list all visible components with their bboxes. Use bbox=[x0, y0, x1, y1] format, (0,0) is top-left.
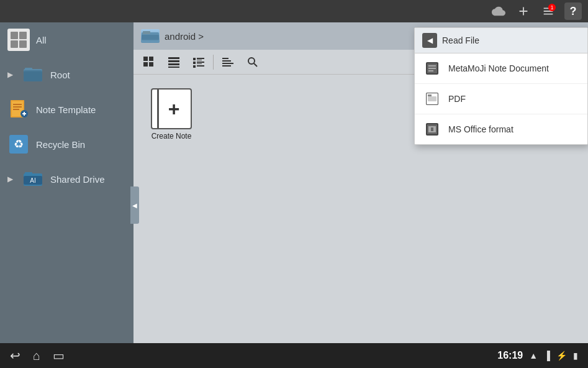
sidebar-item-recycle-bin[interactable]: ♻ Recycle Bin bbox=[0, 127, 133, 162]
drive-icon bbox=[141, 29, 160, 43]
sidebar-item-note-template[interactable]: Note Template bbox=[0, 92, 133, 127]
list-view-1-button[interactable] bbox=[163, 53, 184, 71]
battery-icon: ▮ bbox=[573, 351, 578, 361]
create-note-label: Create Note bbox=[152, 132, 192, 140]
dropdown-item-metamoji-label: MetaMoJi Note Document bbox=[448, 63, 549, 73]
svg-rect-32 bbox=[168, 67, 179, 68]
root-arrow-icon: ▶ bbox=[7, 70, 13, 79]
sidebar-item-recycle-bin-label: Recycle Bin bbox=[36, 139, 85, 150]
svg-rect-44 bbox=[222, 65, 231, 67]
svg-rect-33 bbox=[193, 58, 196, 60]
shared-drive-arrow-icon: ▶ bbox=[7, 175, 13, 183]
svg-rect-61 bbox=[433, 126, 436, 132]
svg-rect-50 bbox=[428, 68, 436, 69]
svg-rect-55 bbox=[428, 94, 432, 96]
dropdown-item-msoffice[interactable]: MS Office format bbox=[415, 114, 587, 144]
create-note-icon: + bbox=[151, 88, 192, 129]
svg-rect-11 bbox=[13, 106, 22, 108]
sidebar-item-all-label: All bbox=[36, 35, 47, 45]
sidebar-item-shared-drive[interactable]: ▶ AI Shared Drive bbox=[0, 162, 133, 196]
all-icon bbox=[7, 29, 30, 51]
svg-rect-25 bbox=[143, 57, 148, 61]
sidebar-item-all[interactable]: All bbox=[0, 22, 133, 57]
svg-rect-27 bbox=[143, 62, 148, 67]
top-bar: ? bbox=[0, 0, 588, 22]
dropdown-title: Read File bbox=[442, 35, 479, 45]
notifications-icon[interactable] bbox=[540, 2, 557, 20]
svg-text:AI: AI bbox=[30, 177, 35, 184]
msoffice-icon bbox=[423, 121, 441, 138]
svg-rect-36 bbox=[193, 62, 196, 64]
svg-rect-41 bbox=[222, 58, 228, 59]
dropdown-header: ◀ Read File bbox=[415, 28, 587, 53]
metamoji-icon bbox=[423, 60, 441, 77]
bluetooth-icon: ⚡ bbox=[556, 351, 567, 361]
svg-rect-19 bbox=[25, 172, 32, 175]
svg-rect-10 bbox=[13, 104, 22, 105]
sidebar-item-note-template-label: Note Template bbox=[36, 104, 96, 115]
root-icon bbox=[22, 63, 44, 86]
collapse-sidebar-button[interactable] bbox=[130, 186, 139, 224]
dropdown-item-pdf[interactable]: PDF bbox=[415, 84, 587, 114]
svg-rect-30 bbox=[168, 60, 179, 62]
sort-button[interactable] bbox=[217, 53, 238, 71]
back-nav-icon[interactable]: ↩ bbox=[10, 348, 20, 363]
window-nav-icon[interactable]: ▭ bbox=[53, 348, 65, 363]
create-note-item[interactable]: + Create Note bbox=[143, 85, 199, 144]
svg-line-46 bbox=[254, 63, 257, 67]
shared-drive-icon: AI bbox=[22, 168, 44, 190]
sidebar-item-root-label: Root bbox=[50, 70, 70, 80]
svg-rect-38 bbox=[197, 63, 202, 64]
cloud-icon[interactable] bbox=[490, 2, 507, 20]
dropdown-item-msoffice-label: MS Office format bbox=[448, 124, 513, 134]
svg-point-45 bbox=[248, 58, 255, 64]
svg-rect-28 bbox=[149, 62, 153, 67]
wifi-icon: ▲ bbox=[529, 351, 538, 361]
add-icon[interactable] bbox=[515, 2, 532, 20]
bottom-bar: ↩ ⌂ ▭ 16:19 ▲ ▐ ⚡ ▮ bbox=[0, 343, 588, 368]
svg-rect-49 bbox=[428, 65, 436, 67]
pdf-icon bbox=[423, 90, 441, 108]
recycle-bin-icon: ♻ bbox=[7, 133, 30, 155]
svg-rect-12 bbox=[13, 109, 19, 110]
time-display: 16:19 bbox=[497, 350, 523, 361]
svg-rect-43 bbox=[222, 63, 233, 64]
svg-rect-34 bbox=[197, 58, 204, 59]
help-label: ? bbox=[570, 5, 577, 18]
toolbar-divider-1 bbox=[213, 55, 214, 70]
svg-rect-54 bbox=[428, 96, 436, 101]
svg-text:♻: ♻ bbox=[14, 138, 24, 150]
svg-rect-0 bbox=[11, 32, 18, 39]
bottom-left-controls: ↩ ⌂ ▭ bbox=[10, 348, 65, 363]
svg-rect-31 bbox=[168, 63, 179, 65]
dropdown-popup: ◀ Read File MetaMoJi Note Document PDF bbox=[414, 27, 588, 145]
plus-icon: + bbox=[168, 98, 180, 121]
svg-rect-24 bbox=[142, 35, 159, 40]
sidebar-item-root[interactable]: ▶ Root bbox=[0, 57, 133, 92]
sidebar: All ▶ Root bbox=[0, 22, 133, 343]
help-icon[interactable]: ? bbox=[564, 2, 582, 20]
svg-rect-35 bbox=[197, 60, 202, 60]
home-nav-icon[interactable]: ⌂ bbox=[33, 349, 40, 363]
svg-rect-37 bbox=[197, 62, 204, 63]
grid-view-button[interactable] bbox=[138, 53, 160, 71]
svg-rect-3 bbox=[19, 40, 27, 48]
search-button[interactable] bbox=[242, 53, 263, 71]
svg-rect-23 bbox=[143, 31, 150, 34]
dropdown-item-metamoji[interactable]: MetaMoJi Note Document bbox=[415, 53, 587, 84]
path-text: android > bbox=[165, 31, 204, 42]
signal-icon: ▐ bbox=[544, 351, 550, 361]
dropdown-back-button[interactable]: ◀ bbox=[422, 33, 437, 48]
svg-rect-51 bbox=[428, 70, 433, 71]
svg-rect-7 bbox=[24, 70, 42, 81]
list-view-2-button[interactable] bbox=[188, 53, 209, 71]
svg-rect-26 bbox=[149, 57, 153, 61]
svg-rect-15 bbox=[24, 112, 25, 116]
svg-rect-1 bbox=[19, 32, 27, 39]
note-template-icon bbox=[7, 98, 30, 121]
svg-rect-40 bbox=[197, 65, 204, 67]
bottom-right-status: 16:19 ▲ ▐ ⚡ ▮ bbox=[497, 350, 578, 361]
svg-rect-42 bbox=[222, 60, 231, 62]
sidebar-item-shared-drive-label: Shared Drive bbox=[50, 174, 105, 185]
svg-rect-39 bbox=[193, 65, 196, 68]
